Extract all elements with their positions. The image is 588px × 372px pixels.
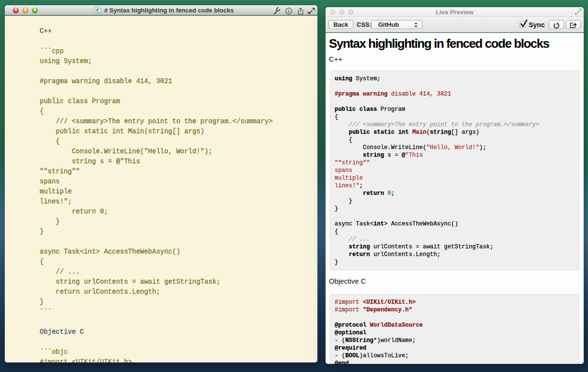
svg-text:#: #	[96, 8, 98, 12]
